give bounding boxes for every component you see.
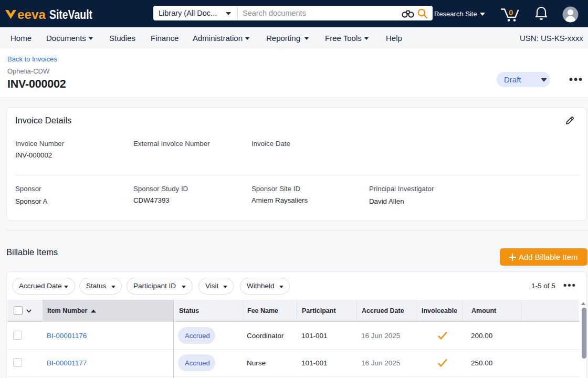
svg-text:eeva: eeva [17,7,46,22]
svg-text:SiteVault: SiteVault [49,8,92,22]
